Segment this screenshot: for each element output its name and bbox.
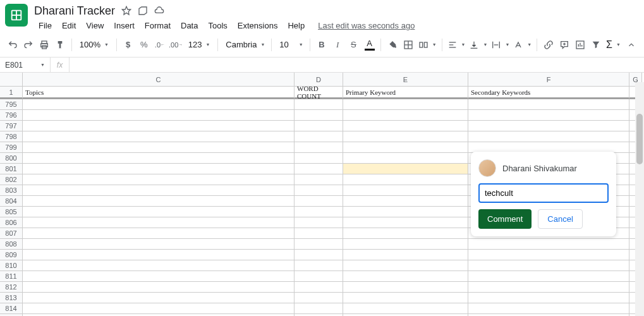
move-icon[interactable] [138, 6, 148, 16]
text-wrap-button[interactable]: ▼ [490, 37, 511, 52]
collapse-toolbar-button[interactable] [624, 37, 639, 52]
decrease-decimals-button[interactable]: .0← [152, 37, 167, 52]
cell[interactable] [23, 228, 295, 239]
cell[interactable] [23, 303, 295, 314]
cell[interactable] [343, 196, 468, 207]
vertical-scrollbar[interactable] [635, 82, 644, 316]
cell[interactable] [23, 110, 295, 121]
cell[interactable] [295, 271, 343, 282]
undo-button[interactable] [5, 37, 20, 52]
redo-button[interactable] [21, 37, 35, 52]
cell[interactable] [343, 207, 468, 217]
zoom-select[interactable]: 100%▼ [76, 37, 112, 52]
cell[interactable] [343, 153, 468, 164]
cell[interactable] [295, 153, 343, 164]
row-header[interactable]: 812 [0, 282, 23, 293]
cell[interactable] [295, 185, 343, 196]
horizontal-align-button[interactable]: ▼ [446, 37, 467, 52]
cell[interactable] [295, 282, 343, 293]
cell[interactable] [23, 196, 295, 207]
column-header-E[interactable]: E [343, 73, 468, 87]
menu-help[interactable]: Help [283, 19, 309, 32]
cell[interactable] [343, 131, 468, 142]
cell[interactable] [468, 303, 629, 314]
row-header[interactable]: 803 [0, 185, 23, 196]
number-format-select[interactable]: 123▼ [185, 37, 214, 52]
column-header-F[interactable]: F [468, 73, 629, 87]
bold-button[interactable]: B [314, 37, 329, 52]
functions-button[interactable]: Σ▼ [605, 37, 622, 52]
doc-title[interactable]: Dharani Tracker [34, 4, 115, 18]
cell[interactable] [343, 110, 468, 121]
print-button[interactable] [37, 37, 51, 52]
row-header[interactable]: 807 [0, 228, 23, 239]
row-header[interactable]: 797 [0, 121, 23, 131]
cell[interactable] [295, 121, 343, 131]
menu-edit[interactable]: Edit [58, 19, 80, 32]
cell[interactable] [343, 282, 468, 293]
row-header[interactable]: 813 [0, 293, 23, 303]
row-header[interactable]: 805 [0, 207, 23, 217]
menu-extensions[interactable]: Extensions [233, 19, 283, 32]
cell[interactable] [295, 303, 343, 314]
cell[interactable] [468, 239, 629, 250]
cell[interactable] [295, 174, 343, 185]
comment-cancel-button[interactable]: Cancel [538, 209, 582, 229]
cell[interactable] [295, 239, 343, 250]
name-box[interactable]: E801▼ [0, 58, 51, 72]
menu-data[interactable]: Data [176, 19, 202, 32]
header-cell[interactable]: Secondary Keywords [468, 87, 629, 99]
cell[interactable] [343, 271, 468, 282]
cell[interactable] [343, 239, 468, 250]
sheets-logo[interactable] [5, 4, 28, 27]
row-header[interactable]: 802 [0, 174, 23, 185]
cell[interactable] [343, 250, 468, 260]
header-cell[interactable]: WORD COUNT [295, 87, 343, 99]
cell[interactable] [23, 142, 295, 153]
select-all-corner[interactable] [0, 73, 23, 87]
cell[interactable] [343, 293, 468, 303]
cell[interactable] [343, 185, 468, 196]
comment-input[interactable] [478, 183, 609, 203]
row-header[interactable]: 811 [0, 271, 23, 282]
insert-chart-button[interactable] [573, 37, 588, 52]
cell[interactable] [468, 271, 629, 282]
borders-button[interactable] [401, 37, 415, 52]
font-size-select[interactable]: 10▼ [276, 37, 306, 52]
text-rotation-button[interactable]: ▼ [512, 37, 533, 52]
cell[interactable] [295, 142, 343, 153]
cell[interactable] [468, 260, 629, 271]
cell[interactable] [468, 131, 629, 142]
menu-view[interactable]: View [82, 19, 108, 32]
cell[interactable] [23, 217, 295, 228]
row-header[interactable]: 806 [0, 217, 23, 228]
cell[interactable] [343, 217, 468, 228]
cell[interactable] [343, 228, 468, 239]
formula-bar[interactable] [70, 58, 644, 72]
currency-button[interactable]: $ [121, 37, 135, 52]
cell[interactable] [295, 110, 343, 121]
cell[interactable] [468, 250, 629, 260]
column-header-C[interactable]: C [23, 73, 295, 87]
row-header[interactable]: 798 [0, 131, 23, 142]
star-icon[interactable] [121, 6, 131, 16]
row-header[interactable]: 801 [0, 164, 23, 174]
menu-tools[interactable]: Tools [204, 19, 231, 32]
cell[interactable] [343, 260, 468, 271]
cell[interactable] [343, 164, 468, 174]
cell[interactable] [23, 185, 295, 196]
cell[interactable] [295, 228, 343, 239]
scrollbar-thumb[interactable] [636, 114, 643, 164]
row-header[interactable]: 804 [0, 196, 23, 207]
row-header[interactable]: 809 [0, 250, 23, 260]
cell[interactable] [343, 99, 468, 110]
italic-button[interactable]: I [331, 37, 345, 52]
cell[interactable] [295, 164, 343, 174]
cell[interactable] [23, 164, 295, 174]
cell[interactable] [343, 121, 468, 131]
insert-link-button[interactable] [541, 37, 556, 52]
cell[interactable] [295, 260, 343, 271]
cell[interactable] [23, 99, 295, 110]
cell[interactable] [23, 250, 295, 260]
insert-comment-button[interactable] [557, 37, 571, 52]
